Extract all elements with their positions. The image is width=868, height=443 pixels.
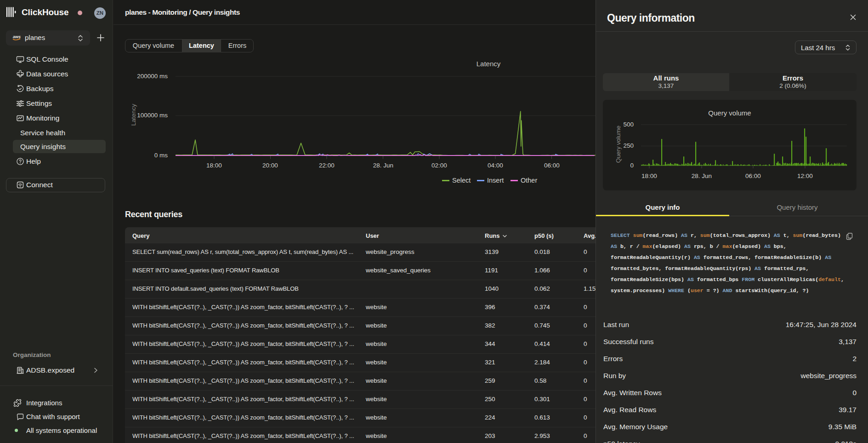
svg-text:aws: aws (13, 35, 21, 39)
